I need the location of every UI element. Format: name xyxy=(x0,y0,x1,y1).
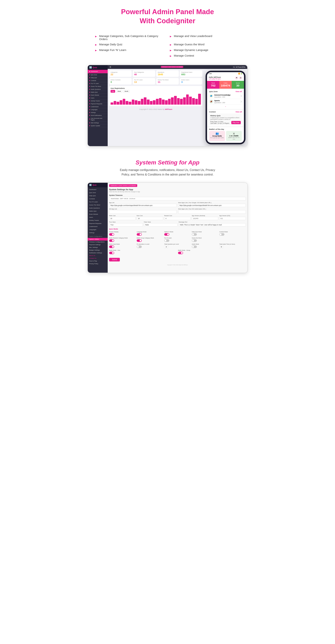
settings-frame: 🆕 Quiz Dashboard Quiz Zone Daily Quiz Co… xyxy=(88,182,248,273)
bullet-icon-3: ► xyxy=(95,49,97,52)
one-vs-one-battle[interactable]: ⚔ 1 vs 1 Battle Battle with one on one xyxy=(226,131,242,141)
toggle-switch-maths[interactable] xyxy=(109,246,114,248)
toggle-switch-dailyquiz[interactable] xyxy=(192,233,197,236)
sidebar-item-exam[interactable]: Exam Module xyxy=(88,94,108,97)
s-nav-dashboard[interactable]: Dashboard xyxy=(88,188,108,191)
sidebar-item-users[interactable]: Users xyxy=(88,97,108,100)
s-nav-contactus[interactable]: Contact Us xyxy=(88,257,108,260)
s-nav-activity[interactable]: Activity Tracker xyxy=(88,219,108,222)
settings-sidebar-logo: 🆕 Quiz xyxy=(88,183,108,187)
sidebar-item-payments[interactable]: Payment Requests xyxy=(88,102,108,105)
s-nav-users[interactable]: Users xyxy=(88,216,108,219)
settings-footer: Copyright © 2021-2022 Made By WRTeam xyxy=(109,264,246,266)
heart-icon: ❤ xyxy=(235,76,238,80)
sidebar-item-leaderboard[interactable]: Leaderboard xyxy=(88,105,108,108)
sidebar-item-notifications[interactable]: Send Notifications xyxy=(88,114,108,117)
contest-card[interactable]: History Quiz A history quiz contest is a… xyxy=(209,114,242,125)
phone-quiz-item-1[interactable]: 🌎 General Knowledge Question: 200 ❯ xyxy=(209,93,242,99)
phone-mockup: 2:08 📶 🔋 Hello WRTeam Let's play the qui… xyxy=(206,71,246,144)
s-nav-quizzone[interactable]: Quiz Zone xyxy=(88,191,108,194)
ios-link-value[interactable] xyxy=(109,210,177,214)
app-link-row: App Link https://play.google.com/store/a… xyxy=(109,202,246,207)
app-link-field: App Link https://play.google.com/store/a… xyxy=(109,202,177,207)
sidebar-item-dailyquiz[interactable]: Daily Quiz xyxy=(88,76,108,79)
chart-tab-day[interactable]: Day xyxy=(110,90,115,93)
phone-quiz-item-2[interactable]: 🏈 Sports Question: 180 ❯ xyxy=(209,99,242,104)
s-nav-audio[interactable]: Audio Questions xyxy=(88,206,108,210)
toggle-switch-language[interactable] xyxy=(137,233,142,236)
sidebar-item-systemupdate[interactable]: System Update xyxy=(88,124,108,127)
s-nav-leaderboard[interactable]: Leaderboard xyxy=(88,225,108,228)
dashboard-content: Categories 22 Sub Categories 40 Question… xyxy=(108,69,247,146)
s-nav-guessword[interactable]: Guess The Word xyxy=(88,204,108,206)
s-nav-firebase[interactable]: Firebase Configurations xyxy=(88,240,108,243)
s-nav-payments[interactable]: Payment Requests xyxy=(88,222,108,225)
feature-item-6: ► Manage Dynamic Language xyxy=(169,48,240,52)
toggle-switch-answer[interactable] xyxy=(109,233,114,236)
feature-item-3: ► Manage Fun 'N' Learn xyxy=(95,48,166,52)
s-nav-aboutus[interactable]: About Us xyxy=(88,254,108,257)
sidebar-item-userrights[interactable]: User Accounts and Rights xyxy=(88,117,108,122)
sidebar-item-audio[interactable]: Audio Questions xyxy=(88,88,108,91)
s-nav-dailyquiz[interactable]: Daily Quiz xyxy=(88,194,108,197)
s-nav-maths[interactable]: Maths Quiz xyxy=(88,210,108,213)
bar-22 xyxy=(174,96,177,104)
s-nav-exam[interactable]: Exam Module xyxy=(88,213,108,216)
bar-5 xyxy=(123,99,126,104)
sidebar-item-languages[interactable]: Languages xyxy=(88,108,108,111)
s-nav-contests[interactable]: Contests xyxy=(88,197,108,200)
toggle-switch-audio[interactable] xyxy=(192,246,197,248)
s-nav-howtoplay[interactable]: How to Play xyxy=(88,260,108,262)
bar-9 xyxy=(135,100,138,104)
group-battle[interactable]: 👥 Group Battle It's a group quiz battle xyxy=(209,131,225,141)
chart-tab-month[interactable]: Month xyxy=(123,90,130,93)
s-nav-notif-settings[interactable]: Notification Settings xyxy=(88,252,108,254)
s-nav-privacy[interactable]: Privacy Policy xyxy=(88,262,108,265)
stat-questions: Questions 1845 xyxy=(156,70,179,77)
toggle-switch-optione[interactable] xyxy=(164,233,169,236)
sidebar-item-contests[interactable]: Contests xyxy=(88,79,108,82)
bar-6 xyxy=(126,101,128,104)
s-nav-systemutilities[interactable]: System Utilities xyxy=(88,238,108,240)
sidebar-item-activity[interactable]: Activity Tracker xyxy=(88,100,108,102)
settings-icon[interactable]: ⚙ xyxy=(239,76,242,80)
toggle-maths: Maths Quiz Mode xyxy=(109,243,136,248)
sidebar-item-quizzone[interactable]: Quiz Zone xyxy=(88,74,108,76)
phone-coins: Coins 100474 xyxy=(219,81,232,89)
more-apps-ios-value[interactable] xyxy=(178,210,246,214)
s-nav-badges[interactable]: Badges Settings xyxy=(88,249,108,252)
header-menu-icon[interactable]: ☰ xyxy=(110,66,111,68)
sidebar-item-settings[interactable]: Settings xyxy=(88,111,108,114)
s-nav-funlearn[interactable]: Fun 'N' Learn xyxy=(88,200,108,204)
ios-link-row: iOS App Link More Apps Link ( Your iOS m… xyxy=(109,208,246,214)
phone-score: Score 30 xyxy=(232,81,244,89)
s-nav-settings[interactable]: Settings xyxy=(88,231,108,234)
sidebar-item-guessword[interactable]: Guess The Word xyxy=(88,85,108,88)
s-divider: System Configurations xyxy=(88,234,108,238)
chevron-right-1: ❯ xyxy=(240,95,242,97)
toggle-switch-battle-group2[interactable] xyxy=(178,252,183,254)
toggle-switch-contest[interactable] xyxy=(219,233,224,236)
refer-coin-field: Refer Coin 10 xyxy=(109,215,136,220)
toggle-switch-battle-group[interactable] xyxy=(137,239,142,242)
sidebar-item-funlearn[interactable]: Fun 'N' Learn xyxy=(88,82,108,85)
quiz-expand-icon[interactable]: ⌄ xyxy=(209,104,242,108)
chart-tab-week[interactable]: Week xyxy=(116,90,122,93)
s-nav-languages[interactable]: Languages xyxy=(88,228,108,231)
s-nav-ads[interactable]: Ads. Settings xyxy=(88,246,108,249)
toggle-switch-battle-one[interactable] xyxy=(109,252,114,254)
toggle-switch-funlearn[interactable] xyxy=(164,239,169,242)
more-apps-ios-field: More Apps Link ( Your iOS market place U… xyxy=(178,208,246,214)
sidebar-item-maths[interactable]: Maths Quiz xyxy=(88,91,108,94)
toggle-switch-fixquestion[interactable] xyxy=(137,246,142,248)
toggle-switch-guessword[interactable] xyxy=(192,239,197,242)
save-button[interactable]: Submit xyxy=(109,258,120,262)
bar-18 xyxy=(162,100,164,104)
toggle-switch-battle-random[interactable] xyxy=(109,239,114,242)
play-now-button[interactable]: Play Now xyxy=(231,121,241,124)
system-settings-section: System Setting for App Easily manage con… xyxy=(84,152,251,180)
phone-screen: 2:08 📶 🔋 Hello WRTeam Let's play the qui… xyxy=(207,72,244,143)
s-nav-payment-settings[interactable]: Payment Settings xyxy=(88,243,108,246)
sidebar-item-websettings[interactable]: Web Settings xyxy=(88,122,108,124)
sidebar-item-dashboard[interactable]: ■ Dashboard xyxy=(88,70,108,74)
